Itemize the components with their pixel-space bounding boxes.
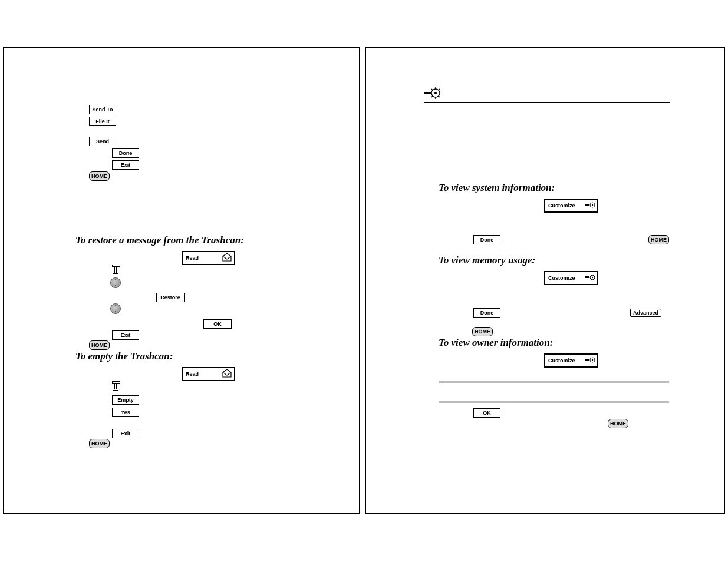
svg-point-2 (434, 92, 437, 94)
customize-label: Customize (548, 275, 575, 281)
trash-icon (113, 383, 118, 391)
home-button[interactable]: HOME (89, 171, 110, 181)
svg-point-11 (592, 359, 593, 361)
grey-rule (439, 401, 669, 403)
home-button[interactable]: HOME (608, 419, 628, 428)
heading-restore: To restore a message from the Trashcan: (75, 234, 244, 246)
read-label: Read (186, 255, 199, 261)
wrench-gear-icon (424, 91, 440, 101)
home-button[interactable]: HOME (89, 340, 110, 350)
svg-rect-9 (585, 359, 589, 361)
yes-button[interactable]: Yes (112, 408, 139, 417)
customize-button[interactable]: Customize (544, 199, 598, 213)
empty-button[interactable]: Empty (112, 395, 139, 405)
exit-button[interactable]: Exit (112, 160, 139, 170)
file-it-button[interactable]: File It (89, 117, 116, 126)
done-button[interactable]: Done (112, 148, 139, 158)
right-page: To view system information: Customize Do… (365, 47, 725, 514)
trash-icon (113, 266, 118, 274)
rocker-knob-icon (110, 303, 121, 314)
read-button[interactable]: Read (182, 251, 235, 265)
wrench-icon (585, 201, 595, 210)
home-button[interactable]: HOME (648, 235, 669, 244)
svg-rect-6 (585, 276, 589, 278)
home-button[interactable]: HOME (89, 439, 110, 448)
section-rule (424, 102, 670, 103)
envelope-open-icon (222, 369, 232, 379)
done-button[interactable]: Done (473, 235, 500, 244)
send-to-button[interactable]: Send To (89, 105, 116, 114)
advanced-button[interactable]: Advanced (630, 309, 661, 317)
wrench-icon (585, 356, 595, 365)
svg-point-5 (592, 204, 593, 206)
svg-rect-3 (585, 204, 589, 206)
ok-button[interactable]: OK (203, 319, 232, 329)
customize-button[interactable]: Customize (544, 271, 598, 285)
heading-sysinfo: To view system information: (439, 182, 555, 194)
customize-button[interactable]: Customize (544, 353, 598, 368)
envelope-open-icon (222, 253, 232, 263)
ok-button[interactable]: OK (473, 408, 500, 418)
heading-memusage: To view memory usage: (439, 254, 535, 266)
exit-button[interactable]: Exit (112, 429, 139, 438)
restore-button[interactable]: Restore (156, 293, 185, 302)
exit-button[interactable]: Exit (112, 330, 139, 340)
left-page: Send To File It Send Done Exit HOME To r… (3, 47, 360, 514)
svg-point-8 (592, 277, 593, 278)
send-button[interactable]: Send (89, 137, 116, 146)
grey-rule (439, 381, 669, 383)
home-button[interactable]: HOME (472, 327, 493, 336)
wrench-icon (585, 273, 595, 283)
read-button[interactable]: Read (182, 367, 235, 381)
heading-ownerinfo: To view owner information: (439, 337, 553, 349)
read-label: Read (186, 371, 199, 377)
rocker-knob-icon (110, 277, 121, 288)
customize-label: Customize (548, 203, 575, 209)
customize-label: Customize (548, 358, 575, 363)
done-button[interactable]: Done (473, 308, 500, 318)
heading-empty: To empty the Trashcan: (75, 351, 173, 362)
